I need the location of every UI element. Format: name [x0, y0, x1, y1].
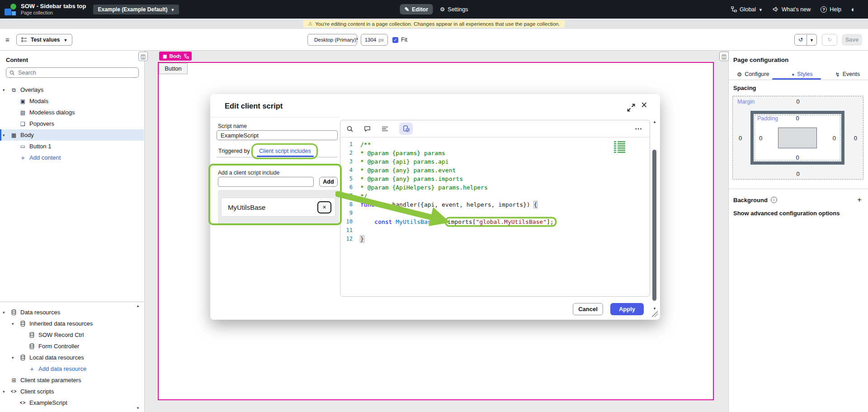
undo-history-chevron[interactable]: ▼ [807, 35, 816, 46]
scrollbar-down-icon[interactable]: ▼ [653, 307, 656, 311]
expand-icon[interactable] [627, 103, 636, 112]
sidebar-item-local-data-resources[interactable]: ▾Local data resources [0, 352, 144, 363]
line-number: 5 [340, 175, 360, 183]
sidebar-item-examplescript[interactable]: <>ExampleScript [0, 397, 144, 408]
code-area[interactable]: 1/**2* @param {params} params3* @param {… [340, 137, 650, 296]
sidebar-item-add-data-resource[interactable]: +Add data resource [0, 363, 144, 374]
fit-checkbox-row[interactable]: ✓ Fit [392, 37, 407, 43]
code-line-7[interactable]: 7*/ [340, 192, 650, 200]
margin-label[interactable]: Margin [737, 99, 755, 105]
tab-styles[interactable]: ● Styles [792, 71, 812, 77]
padding-right-value[interactable]: 0 [833, 134, 836, 141]
more-options-icon[interactable]: ⋯ [635, 124, 642, 133]
script-name-label: Script name [218, 123, 247, 129]
resize-grip[interactable] [652, 311, 658, 317]
sidebar-item-data-resources[interactable]: ▾Data resources [0, 307, 144, 318]
script-name-input[interactable] [217, 130, 338, 140]
sidebar-item-popovers[interactable]: ❑Popovers [0, 118, 144, 129]
code-line-11[interactable]: 11 [340, 226, 650, 235]
sidebar-item-client-scripts[interactable]: ▾<>Client scripts [0, 386, 144, 397]
scrollbar-thumb[interactable] [652, 150, 656, 301]
sidebar-item-add-content[interactable]: +Add content [0, 152, 144, 163]
script-check-icon[interactable] [399, 123, 413, 135]
sidebar-item-modeless-dialogs[interactable]: ▤Modeless dialogs [0, 107, 144, 118]
fit-checkbox[interactable]: ✓ [392, 37, 398, 43]
code-line-5[interactable]: 5* @param {any} params.imports [340, 175, 650, 183]
sidebar-item-body[interactable]: ▾▦Body [0, 129, 144, 141]
undo-split-button[interactable]: ↺ ▼ [794, 34, 817, 46]
margin-right-value[interactable]: 0 [854, 134, 857, 141]
save-button[interactable]: Save [842, 34, 862, 46]
global-scope-menu[interactable]: Global ▼ [731, 6, 763, 13]
padding-left-value[interactable]: 0 [759, 134, 762, 141]
sidebar-item-inherited-data-resources[interactable]: ▾Inherited data resources [0, 318, 144, 329]
padding-bottom-value[interactable]: 0 [796, 154, 799, 161]
tab-triggered-by[interactable]: Triggered by [218, 148, 250, 154]
tree-expand-icon[interactable]: ▾ [3, 389, 10, 394]
sidebar-item-form-controller[interactable]: Form Controller [0, 341, 144, 352]
code-line-3[interactable]: 3* @param {api} params.api [340, 157, 650, 166]
code-line-9[interactable]: 9 [340, 209, 650, 218]
button-component[interactable]: Button [159, 63, 188, 74]
cancel-button[interactable]: Cancel [573, 303, 603, 315]
margin-bottom-value[interactable]: 0 [796, 170, 799, 177]
undo-icon[interactable]: ↺ [795, 34, 807, 45]
settings-tab[interactable]: ⚙ Settings [440, 6, 468, 13]
redo-button[interactable]: ↻ [822, 34, 837, 46]
annotation-highlight-code: imports["global.MyUtilsBase"]; [446, 218, 555, 225]
code-line-6[interactable]: 6* @param {ApiHelpers} params.helpers [340, 183, 650, 192]
code-line-4[interactable]: 4* @param {any} params.event [340, 166, 650, 175]
close-icon[interactable]: × [641, 99, 647, 111]
format-icon[interactable] [382, 126, 388, 132]
tab-configure[interactable]: ⚙ Configure [737, 71, 769, 78]
viewport-dropdown[interactable]: Desktop (Primary)* ▼ [307, 34, 357, 46]
test-values-dropdown[interactable]: Test values ▼ [16, 34, 72, 46]
modal-scrollbar[interactable]: ▲ ▼ [651, 120, 658, 315]
code-line-1[interactable]: 1/** [340, 140, 650, 149]
slot-tag[interactable] [181, 52, 192, 61]
experience-dropdown[interactable]: Example (Example Default) ▼ [93, 5, 179, 14]
help-button[interactable]: ? Help [821, 6, 841, 13]
whats-new-button[interactable]: What's new [773, 6, 811, 13]
tree-expand-icon[interactable]: ▾ [3, 88, 10, 92]
tree-expand-icon[interactable]: ▾ [3, 310, 10, 315]
code-line-8[interactable]: 8function handler({api, event, helpers, … [340, 200, 650, 209]
code-line-2[interactable]: 2* @param {params} params [340, 149, 650, 157]
comment-icon[interactable] [364, 126, 371, 132]
code-token: MyUtilsBase [396, 218, 434, 225]
menu-icon[interactable]: ≡ [5, 36, 9, 43]
content-search[interactable] [6, 67, 139, 78]
collapse-left-panel-button[interactable]: ◫ [138, 52, 148, 61]
sidebar-item-label: Add content [29, 154, 61, 161]
sidebar-item-button-1[interactable]: ▭Button 1 [0, 141, 144, 152]
help-icon: ? [821, 6, 827, 13]
padding-top-value[interactable]: 0 [796, 115, 799, 122]
content-search-input[interactable] [17, 69, 135, 76]
padding-label[interactable]: Padding [757, 115, 778, 122]
scrollbar-up-icon[interactable]: ▲ [653, 120, 656, 124]
margin-top-value[interactable]: 0 [796, 98, 799, 105]
sidebar-item-modals[interactable]: ▣Modals [0, 95, 144, 107]
settings-tab-label: Settings [448, 6, 468, 13]
viewport-width-input[interactable]: 1304 px [361, 34, 388, 46]
sidebar-item-overlays[interactable]: ▾⧉Overlays [0, 84, 144, 95]
tree-expand-icon[interactable]: ▾ [3, 133, 10, 137]
collapse-right-panel-button[interactable]: ◫ [719, 52, 729, 61]
add-background-button[interactable]: + [857, 195, 862, 204]
code-line-10[interactable]: 10 const MyUtilsBase = imports["global.M… [340, 218, 650, 226]
tree-expand-icon[interactable]: ▾ [12, 355, 19, 360]
tab-events[interactable]: ↯ Events [835, 71, 860, 78]
info-icon[interactable]: i [771, 197, 777, 203]
editor-tab[interactable]: ✎ Editor [400, 4, 433, 14]
scroll-down-icon[interactable]: ▼ [136, 406, 140, 410]
sidebar-item-client-state-parameters[interactable]: ⊞Client state parameters [0, 374, 144, 386]
code-line-12[interactable]: 12} [340, 235, 650, 243]
advanced-options-toggle[interactable]: Show advanced configuration options [733, 210, 840, 217]
margin-left-value[interactable]: 0 [739, 134, 742, 141]
apply-button[interactable]: Apply [610, 303, 644, 315]
tree-expand-icon[interactable]: ▾ [12, 322, 19, 326]
code-text: /** [360, 140, 371, 149]
search-icon[interactable] [347, 126, 353, 132]
theme-toggle[interactable]: ◐ [851, 5, 855, 13]
sidebar-item-sow-record-ctrl[interactable]: SOW Record Ctrl [0, 329, 144, 341]
